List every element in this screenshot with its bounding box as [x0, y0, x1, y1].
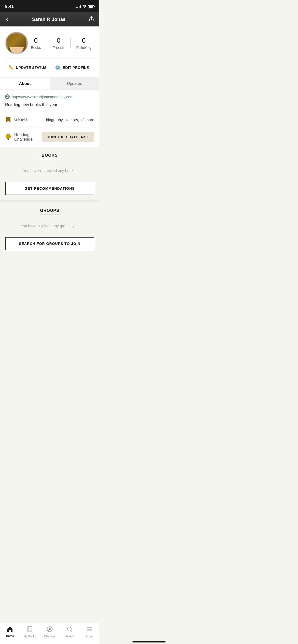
avatar-image: [6, 32, 28, 54]
svg-point-9: [15, 42, 16, 44]
books-empty-text: You haven't shelved any books.: [5, 164, 94, 177]
groups-title: GROUPS: [5, 208, 94, 213]
back-button[interactable]: ‹: [5, 15, 9, 24]
groups-empty-text: You haven't joined any groups yet.: [5, 219, 94, 232]
action-buttons: ✏️ UPDATE STATUS ⚙️ EDIT PROFILE: [5, 58, 94, 73]
books-underline: [39, 159, 60, 159]
stat-divider-2: [70, 38, 71, 48]
svg-point-7: [11, 49, 23, 54]
reading-challenge-row: Reading Challenge JOIN THE CHALLENGE: [0, 127, 99, 147]
share-button[interactable]: [89, 16, 94, 23]
about-section: https://www.sarahjonasmoodjoy.com Readin…: [0, 90, 99, 112]
groups-section: GROUPS You haven't joined any groups yet…: [0, 200, 99, 255]
medal-icon: [5, 134, 11, 140]
svg-point-10: [18, 42, 19, 44]
books-label: Books: [31, 46, 41, 50]
nav-header: ‹ Sarah R Jonas: [0, 12, 99, 26]
friends-stat[interactable]: 0 Friends: [53, 37, 65, 50]
edit-profile-label: EDIT PROFILE: [63, 66, 89, 70]
svg-point-4: [12, 38, 22, 49]
books-section: BOOKS You haven't shelved any books. GET…: [0, 147, 99, 200]
status-bar: 9:41: [0, 0, 99, 12]
profile-top: 0 Books 0 Friends 0 Following: [5, 32, 94, 54]
stat-divider-1: [47, 38, 47, 48]
globe-icon: [5, 94, 10, 99]
genres-row[interactable]: Genres biography, classics, +2 more: [0, 112, 99, 127]
pencil-icon: ✏️: [8, 65, 14, 70]
svg-point-5: [8, 41, 14, 54]
update-status-label: UPDATE STATUS: [16, 66, 47, 70]
tabs-container: About Updates: [0, 78, 99, 90]
reading-challenge-label: Reading Challenge: [14, 133, 39, 142]
friends-count: 0: [57, 37, 60, 45]
genres-value: biography, classics, +2 more: [46, 118, 94, 122]
tab-about[interactable]: About: [0, 78, 50, 90]
page-title: Sarah R Jonas: [32, 17, 66, 22]
svg-point-11: [17, 45, 18, 45]
battery-icon: [88, 5, 94, 8]
svg-point-6: [20, 41, 26, 54]
groups-underline: [39, 214, 60, 214]
wifi-icon: [82, 5, 86, 9]
avatar: [5, 32, 28, 54]
bookmark-icon: [5, 116, 11, 123]
update-status-button[interactable]: ✏️ UPDATE STATUS: [5, 62, 50, 73]
edit-profile-button[interactable]: ⚙️ EDIT PROFILE: [50, 62, 94, 73]
bio-text: Reading new books this year: [5, 102, 94, 108]
website-url: https://www.sarahjonasmoodjoy.com: [12, 95, 73, 99]
svg-point-8: [14, 50, 20, 54]
stats-container: 0 Books 0 Friends 0 Following: [28, 37, 94, 50]
following-count: 0: [82, 37, 86, 45]
tab-updates[interactable]: Updates: [50, 78, 99, 90]
join-challenge-button[interactable]: JOIN THE CHALLENGE: [42, 132, 94, 142]
following-stat[interactable]: 0 Following: [76, 37, 91, 50]
search-groups-button[interactable]: SEARCH FOR GROUPS TO JOIN: [5, 237, 94, 250]
status-icons: [76, 5, 94, 9]
status-time: 9:41: [5, 4, 14, 9]
website-link[interactable]: https://www.sarahjonasmoodjoy.com: [5, 94, 94, 99]
profile-section: 0 Books 0 Friends 0 Following ✏️ UPDATE …: [0, 26, 99, 77]
friends-label: Friends: [53, 46, 65, 50]
following-label: Following: [76, 46, 91, 50]
svg-point-3: [10, 34, 24, 50]
gear-icon: ⚙️: [55, 65, 61, 70]
books-count: 0: [34, 37, 38, 45]
signal-icon: [76, 5, 81, 8]
books-stat[interactable]: 0 Books: [31, 37, 41, 50]
books-title: BOOKS: [5, 153, 94, 158]
get-recommendations-button[interactable]: GET RECOMMENDATIONS: [5, 182, 94, 195]
genres-label: Genres: [14, 117, 43, 122]
